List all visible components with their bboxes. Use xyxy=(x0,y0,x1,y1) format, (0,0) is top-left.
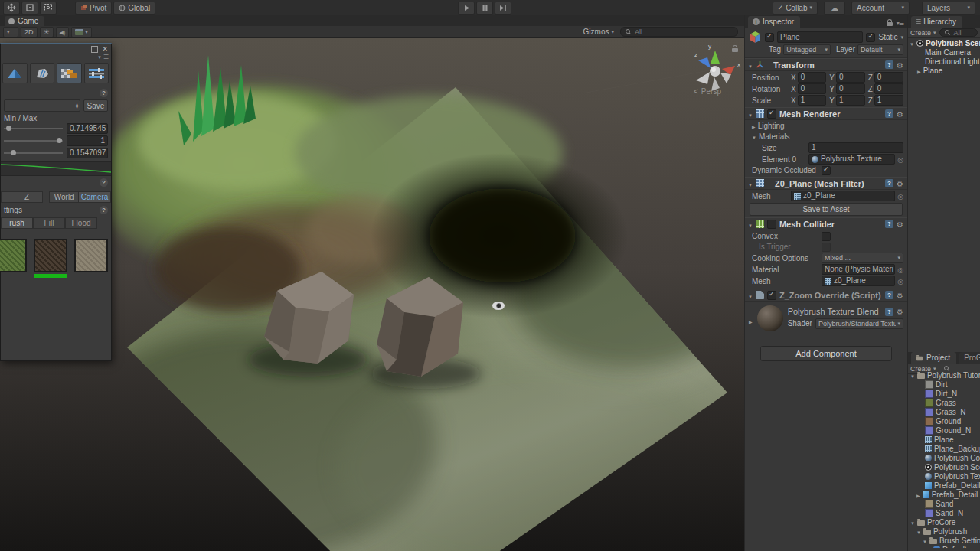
direction-partial-button[interactable] xyxy=(1,191,11,203)
scale-x-field[interactable]: 1 xyxy=(798,95,827,106)
foldout-icon[interactable] xyxy=(917,67,921,75)
foldout-icon[interactable] xyxy=(923,536,927,545)
dynamic-occluded-checkbox[interactable] xyxy=(822,166,831,175)
slider-knob[interactable] xyxy=(6,126,11,131)
rotation-y-field[interactable]: 0 xyxy=(836,83,865,94)
project-item[interactable]: Ground_N xyxy=(908,425,980,435)
maximize-icon[interactable] xyxy=(91,46,98,53)
slider-track[interactable] xyxy=(4,128,63,129)
help-doc-icon[interactable]: ? xyxy=(885,60,893,69)
save-brush-button[interactable]: Save xyxy=(83,99,108,112)
cooking-options-dropdown[interactable]: Mixed ... ▾ xyxy=(822,253,903,263)
direction-world-button[interactable]: World xyxy=(49,191,79,203)
hierarchy-item[interactable]: Directional Light xyxy=(908,57,980,66)
foldout-icon[interactable] xyxy=(748,291,753,300)
project-item[interactable]: Dirt_N xyxy=(908,389,980,398)
materials-foldout-row[interactable]: Materials xyxy=(745,132,907,142)
persp-toggle[interactable]: Persp xyxy=(694,87,721,96)
layers-dropdown[interactable]: Layers ▾ xyxy=(922,2,975,15)
gizmos-dropdown[interactable]: Gizmos ▾ xyxy=(583,28,614,36)
project-item[interactable]: Grass_N xyxy=(908,407,980,416)
foldout-icon[interactable] xyxy=(910,371,915,380)
help-icon[interactable]: ? xyxy=(100,206,108,214)
mesh-renderer-enabled-checkbox[interactable] xyxy=(767,109,776,119)
pause-button[interactable] xyxy=(476,2,493,15)
layer-dropdown[interactable]: Default ▾ xyxy=(858,44,903,55)
zoom-override-header[interactable]: Z_Zoom Override (Script) ? xyxy=(745,289,907,302)
project-item[interactable]: Prefab_Detail xyxy=(908,490,980,499)
project-item[interactable]: Brush Settin xyxy=(908,536,980,545)
project-item[interactable]: Default xyxy=(908,545,980,548)
help-doc-icon[interactable]: ? xyxy=(885,109,893,118)
help-icon[interactable]: ? xyxy=(100,89,108,97)
object-picker-icon[interactable] xyxy=(897,277,903,285)
position-z-field[interactable]: 0 xyxy=(874,72,903,83)
tab-flood[interactable]: Flood xyxy=(65,217,97,229)
project-item[interactable]: Sand xyxy=(908,499,980,508)
play-button[interactable] xyxy=(458,2,475,15)
pan-tool-button[interactable] xyxy=(3,2,20,15)
scene-search-input[interactable]: All xyxy=(620,27,738,37)
object-picker-icon[interactable] xyxy=(897,266,903,274)
prefab-scatter-mode-button[interactable] xyxy=(84,63,109,83)
gear-icon[interactable] xyxy=(897,109,903,119)
hierarchy-item[interactable]: Plane xyxy=(908,66,980,75)
foldout-icon[interactable] xyxy=(748,179,753,188)
transform-header[interactable]: Transform ? xyxy=(745,58,907,71)
tab-progrids[interactable]: ProG xyxy=(959,352,980,364)
global-toggle-button[interactable]: Global xyxy=(113,2,155,15)
mesh-object-field[interactable]: z0_Plane xyxy=(791,191,895,201)
help-doc-icon[interactable]: ? xyxy=(885,291,893,299)
cloud-services-button[interactable] xyxy=(824,2,845,15)
rotation-x-field[interactable]: 0 xyxy=(798,83,827,94)
foldout-icon[interactable] xyxy=(916,491,920,499)
save-to-asset-button[interactable]: Save to Asset xyxy=(750,203,903,216)
gear-icon[interactable] xyxy=(897,60,903,70)
lighting-toggle-button[interactable] xyxy=(40,27,54,37)
object-picker-icon[interactable] xyxy=(897,192,903,201)
tab-hierarchy[interactable]: ☰ Hierarchy xyxy=(911,16,962,28)
transform-tool-button[interactable] xyxy=(40,2,57,15)
gear-icon[interactable] xyxy=(897,179,903,188)
dirt-texture-thumbnail[interactable] xyxy=(34,239,67,272)
script-enabled-checkbox[interactable] xyxy=(767,291,776,300)
project-item[interactable]: ProCore xyxy=(908,517,980,527)
foldout-icon[interactable] xyxy=(910,518,915,527)
project-item[interactable]: Dirt xyxy=(908,380,980,389)
audio-toggle-button[interactable] xyxy=(56,27,70,37)
2d-toggle-button[interactable]: 2D xyxy=(21,27,38,37)
collab-dropdown[interactable]: ✓ Collab ▾ xyxy=(773,2,818,15)
brush-preset-dropdown[interactable]: ▴▾ xyxy=(4,99,80,112)
project-item[interactable]: Polybrush Tex xyxy=(908,471,980,481)
tab-inspector[interactable]: i Inspector xyxy=(748,16,800,28)
draw-mode-dropdown[interactable]: ▾ xyxy=(3,27,18,37)
project-item[interactable]: Polybrush Tutori xyxy=(908,370,980,380)
lighting-foldout-row[interactable]: Lighting xyxy=(745,121,907,131)
search-icon[interactable] xyxy=(944,366,950,372)
mesh-renderer-header[interactable]: Mesh Renderer ? xyxy=(745,107,907,120)
project-item[interactable]: Plane_Backup xyxy=(908,444,980,453)
active-checkbox[interactable] xyxy=(765,33,774,42)
inspector-menu-icon[interactable]: ▾☰ xyxy=(897,20,903,27)
hierarchy-create-button[interactable]: Create ▾ xyxy=(910,29,936,37)
collider-mesh-field[interactable]: z0_Plane xyxy=(822,276,895,286)
effects-dropdown-button[interactable]: ▾ xyxy=(71,27,92,37)
account-dropdown[interactable]: Account ▾ xyxy=(851,2,910,15)
static-checkbox[interactable] xyxy=(866,33,875,42)
gizmo-lock-icon[interactable] xyxy=(732,44,738,54)
scale-y-field[interactable]: 1 xyxy=(836,95,865,106)
sculpt-mode-button[interactable] xyxy=(2,63,28,83)
direction-camera-button[interactable]: Camera xyxy=(79,191,111,203)
project-item[interactable]: Prefab_Detail xyxy=(908,481,980,490)
foldout-icon[interactable] xyxy=(748,109,753,119)
hierarchy-item[interactable]: Main Camera xyxy=(908,47,980,57)
mesh-collider-enabled-checkbox[interactable] xyxy=(767,220,776,229)
gear-icon[interactable] xyxy=(897,220,903,229)
foldout-icon[interactable] xyxy=(748,220,753,229)
position-y-field[interactable]: 0 xyxy=(836,72,865,83)
tab-fill[interactable]: Fill xyxy=(33,217,65,229)
tab-project[interactable]: Project xyxy=(911,352,956,364)
inner-radius-value[interactable]: 1 xyxy=(67,135,108,146)
project-item[interactable]: Sand_N xyxy=(908,508,980,517)
help-icon[interactable]: ? xyxy=(100,178,108,187)
